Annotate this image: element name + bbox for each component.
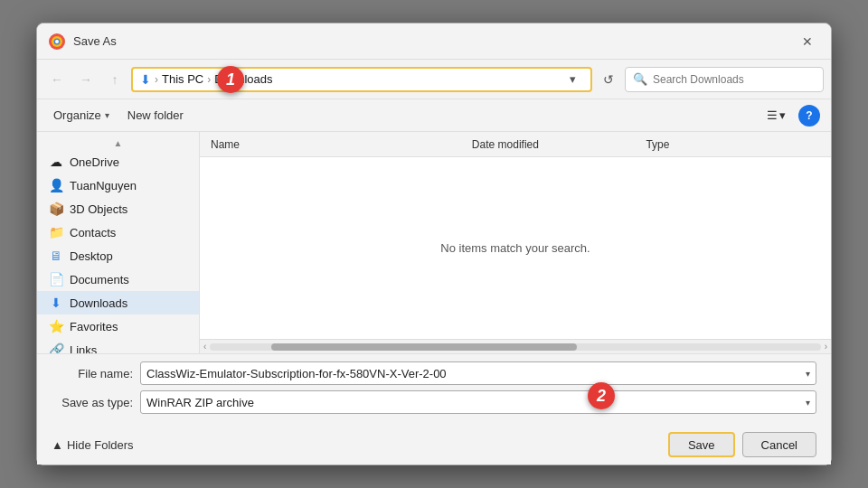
svg-point-3	[55, 40, 59, 43]
filename-input[interactable]: ClassWiz-Emulator-Subscription-for-fx-58…	[140, 361, 816, 385]
view-icon: ☰	[767, 108, 778, 122]
desktop-icon: 🖥	[48, 249, 64, 263]
breadcrumb-dropdown[interactable]: ▾	[561, 69, 583, 90]
forward-button[interactable]: →	[73, 67, 99, 92]
cancel-button[interactable]: Cancel	[742, 432, 816, 457]
hide-folders-icon: ▲	[52, 438, 63, 452]
sidebar-scroll-up[interactable]: ▲	[37, 136, 199, 150]
button-bar: ▲ Hide Folders Save Cancel	[37, 427, 831, 465]
sidebar-label-contacts: Contacts	[70, 226, 116, 239]
sidebar-item-contacts[interactable]: 📁 Contacts	[37, 221, 199, 244]
filename-label: File name:	[52, 367, 133, 380]
nav-bar: ← → ↑ ⬇ › This PC › Downloads ▾ ↺	[37, 60, 831, 99]
filetype-value: WinRAR ZIP archive	[146, 396, 802, 409]
filetype-row: Save as type: WinRAR ZIP archive ▾	[52, 390, 816, 414]
file-area: Name Date modified Type No items match y…	[200, 132, 831, 353]
sidebar-label-links: Links	[70, 343, 97, 354]
sidebar-item-documents[interactable]: 📄 Documents	[37, 267, 199, 291]
new-folder-button[interactable]: New folder	[122, 107, 189, 124]
search-icon: 🔍	[633, 72, 647, 86]
dialog-title: Save As	[73, 34, 795, 48]
help-button[interactable]: ?	[798, 105, 820, 127]
refresh-button[interactable]: ↺	[596, 67, 621, 92]
sidebar-label-favorites: Favorites	[70, 320, 118, 333]
file-empty-message: No items match your search.	[200, 157, 831, 339]
filetype-dropdown-icon: ▾	[806, 398, 810, 408]
filetype-label: Save as type:	[52, 396, 133, 409]
form-area: File name: ClassWiz-Emulator-Subscriptio…	[37, 353, 831, 427]
contacts-icon: 📁	[48, 225, 64, 239]
sidebar-label-desktop: Desktop	[70, 249, 113, 263]
sidebar-item-favorites[interactable]: ⭐ Favorites	[37, 314, 199, 338]
sidebar-item-links[interactable]: 🔗 Links	[37, 338, 199, 353]
downloads-icon: ⬇	[48, 296, 64, 310]
save-button[interactable]: Save	[668, 432, 735, 457]
toolbar: Organize ▾ New folder ☰ ▾ ?	[37, 99, 831, 132]
h-scrollbar-track	[210, 343, 820, 351]
scroll-left-btn[interactable]: ‹	[203, 342, 206, 352]
sidebar-label-tuannguyen: TuanNguyen	[70, 179, 137, 192]
title-bar: Save As ✕	[37, 23, 831, 60]
filename-dropdown-icon: ▾	[806, 369, 810, 379]
filetype-input[interactable]: WinRAR ZIP archive ▾	[140, 390, 816, 414]
close-button[interactable]: ✕	[795, 29, 820, 54]
sidebar-label-onedrive: OneDrive	[70, 155, 119, 169]
filename-value: ClassWiz-Emulator-Subscription-for-fx-58…	[146, 367, 802, 380]
sidebar: ▲ ☁ OneDrive 👤 TuanNguyen 📦 3D Objects 📁…	[37, 132, 200, 353]
h-scrollbar[interactable]: ‹ ›	[200, 339, 831, 353]
sidebar-label-documents: Documents	[70, 273, 129, 286]
col-name-header: Name	[211, 138, 472, 151]
sidebar-label-downloads: Downloads	[70, 296, 127, 310]
search-bar: 🔍	[625, 67, 824, 92]
file-header: Name Date modified Type	[200, 132, 831, 157]
h-scrollbar-thumb	[271, 343, 577, 351]
sidebar-item-tuannguyen[interactable]: 👤 TuanNguyen	[37, 174, 199, 197]
up-button[interactable]: ↑	[102, 67, 127, 92]
filename-row: File name: ClassWiz-Emulator-Subscriptio…	[52, 361, 816, 385]
sidebar-item-onedrive[interactable]: ☁ OneDrive	[37, 150, 199, 174]
links-icon: 🔗	[48, 343, 64, 353]
sidebar-item-downloads[interactable]: ⬇ Downloads	[37, 291, 199, 314]
step2-badge: 2	[588, 382, 615, 409]
favorites-icon: ⭐	[48, 319, 64, 333]
step1-badge: 1	[217, 66, 244, 93]
main-area: ▲ ☁ OneDrive 👤 TuanNguyen 📦 3D Objects 📁…	[37, 132, 831, 353]
documents-icon: 📄	[48, 272, 64, 286]
breadcrumb-drive-icon: ⬇	[140, 72, 151, 87]
breadcrumb-bar[interactable]: ⬇ › This PC › Downloads ▾	[131, 67, 592, 92]
hide-folders-label: Hide Folders	[67, 438, 134, 452]
3dobjects-icon: 📦	[48, 202, 64, 216]
save-as-dialog: Save As ✕ ← → ↑ ⬇ › This PC › Downloads …	[36, 23, 832, 465]
view-button[interactable]: ☰ ▾	[761, 107, 791, 124]
sidebar-item-3dobjects[interactable]: 📦 3D Objects	[37, 197, 199, 221]
scroll-right-btn[interactable]: ›	[825, 342, 827, 352]
search-input[interactable]	[653, 73, 816, 86]
sidebar-item-desktop[interactable]: 🖥 Desktop	[37, 244, 199, 267]
organize-dropdown-icon: ▾	[105, 110, 109, 120]
organize-button[interactable]: Organize ▾	[48, 107, 115, 124]
view-dropdown-icon: ▾	[779, 108, 786, 122]
col-date-header: Date modified	[472, 138, 646, 151]
user-icon: 👤	[48, 178, 64, 192]
sidebar-label-3dobjects: 3D Objects	[70, 202, 127, 216]
onedrive-icon: ☁	[48, 155, 64, 169]
breadcrumb-thispc[interactable]: This PC	[162, 72, 203, 86]
col-type-header: Type	[646, 138, 820, 151]
hide-folders-button[interactable]: ▲ Hide Folders	[52, 438, 661, 452]
back-button[interactable]: ←	[44, 67, 70, 92]
app-logo	[48, 33, 66, 51]
